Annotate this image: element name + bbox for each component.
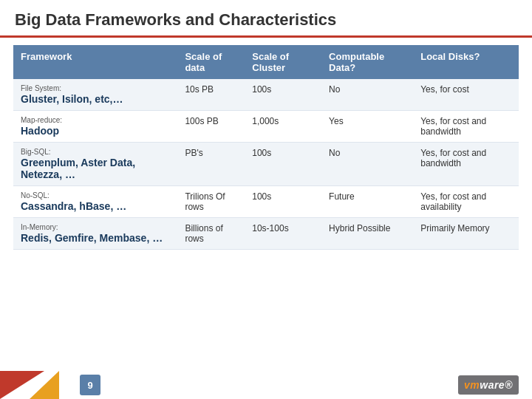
col-header-scale-data: Scale of data bbox=[177, 45, 245, 79]
framework-name: Hadoop bbox=[21, 125, 170, 137]
logo-vm-text: vm bbox=[464, 379, 480, 391]
cell-scale-data: 10s PB bbox=[177, 79, 245, 111]
framework-label: In-Memory: bbox=[21, 223, 170, 231]
framework-name: Redis, Gemfire, Membase, … bbox=[21, 232, 170, 244]
cell-scale-cluster: 1,000s bbox=[245, 111, 321, 143]
vmware-logo: vmware® bbox=[458, 375, 519, 395]
cell-scale-data: PB's bbox=[177, 143, 245, 186]
footer: 9 vmware® bbox=[0, 371, 532, 399]
cell-scale-cluster: 10s-100s bbox=[245, 218, 321, 250]
cell-computable: No bbox=[321, 79, 413, 111]
cell-scale-cluster: 100s bbox=[245, 143, 321, 186]
table-container: Framework Scale of data Scale of Cluster… bbox=[0, 38, 532, 371]
cell-scale-data: Billions of rows bbox=[177, 218, 245, 250]
col-header-computable: Computable Data? bbox=[321, 45, 413, 79]
table-row: Big-SQL: Greenplum, Aster Data, Netezza,… bbox=[13, 143, 519, 186]
cell-computable: No bbox=[321, 143, 413, 186]
page-number: 9 bbox=[80, 375, 100, 395]
framework-name: Greenplum, Aster Data, Netezza, … bbox=[21, 157, 170, 180]
table-row: File System: Gluster, Isilon, etc,… 10s … bbox=[13, 79, 519, 111]
cell-scale-cluster: 100s bbox=[245, 186, 321, 218]
cell-framework: In-Memory: Redis, Gemfire, Membase, … bbox=[13, 218, 177, 250]
cell-local-disks: Yes, for cost and bandwidth bbox=[413, 111, 519, 143]
col-header-scale-cluster: Scale of Cluster bbox=[245, 45, 321, 79]
col-header-framework: Framework bbox=[13, 45, 177, 79]
cell-computable: Hybrid Possible bbox=[321, 218, 413, 250]
logo-ware-text: ware bbox=[480, 379, 505, 391]
cell-scale-cluster: 100s bbox=[245, 79, 321, 111]
cell-framework: No-SQL: Cassandra, hBase, … bbox=[13, 186, 177, 218]
framework-name: Gluster, Isilon, etc,… bbox=[21, 93, 170, 105]
framework-label: File System: bbox=[21, 84, 170, 92]
cell-framework: File System: Gluster, Isilon, etc,… bbox=[13, 79, 177, 111]
table-row: Map-reduce: Hadoop 100s PB1,000sYesYes, … bbox=[13, 111, 519, 143]
framework-label: Big-SQL: bbox=[21, 148, 170, 156]
cell-computable: Yes bbox=[321, 111, 413, 143]
cell-computable: Future bbox=[321, 186, 413, 218]
cell-scale-data: 100s PB bbox=[177, 111, 245, 143]
cell-local-disks: Yes, for cost bbox=[413, 79, 519, 111]
framework-name: Cassandra, hBase, … bbox=[21, 200, 170, 212]
framework-label: Map-reduce: bbox=[21, 116, 170, 124]
cell-local-disks: Yes, for cost and availability bbox=[413, 186, 519, 218]
frameworks-table: Framework Scale of data Scale of Cluster… bbox=[13, 45, 519, 250]
title-bar: Big Data Frameworks and Characteristics bbox=[0, 0, 532, 38]
cell-framework: Big-SQL: Greenplum, Aster Data, Netezza,… bbox=[13, 143, 177, 186]
table-header-row: Framework Scale of data Scale of Cluster… bbox=[13, 45, 519, 79]
cell-framework: Map-reduce: Hadoop bbox=[13, 111, 177, 143]
slide: Big Data Frameworks and Characteristics … bbox=[0, 0, 532, 399]
cell-scale-data: Trilions Of rows bbox=[177, 186, 245, 218]
table-row: No-SQL: Cassandra, hBase, … Trilions Of … bbox=[13, 186, 519, 218]
corner-accent bbox=[0, 371, 59, 399]
cell-local-disks: Primarily Memory bbox=[413, 218, 519, 250]
col-header-local-disks: Local Disks? bbox=[413, 45, 519, 79]
cell-local-disks: Yes, for cost and bandwidth bbox=[413, 143, 519, 186]
table-row: In-Memory: Redis, Gemfire, Membase, … Bi… bbox=[13, 218, 519, 250]
framework-label: No-SQL: bbox=[21, 191, 170, 200]
slide-title: Big Data Frameworks and Characteristics bbox=[15, 10, 517, 30]
